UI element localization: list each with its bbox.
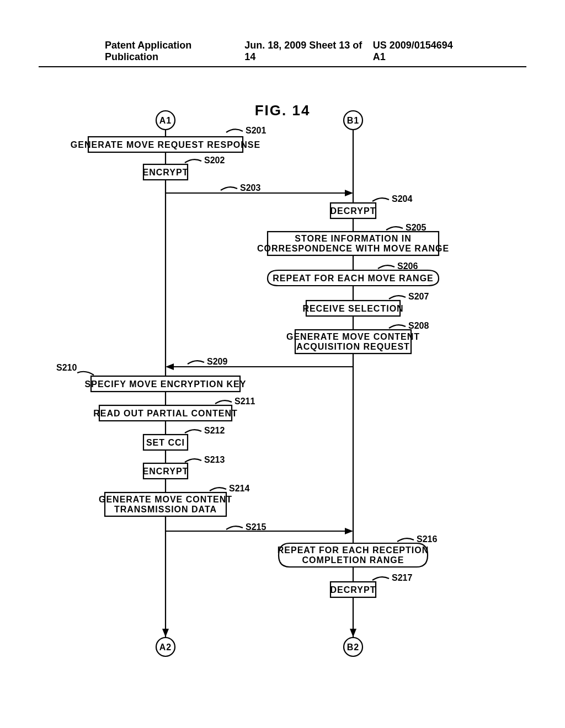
step-s211-num: S211	[234, 397, 255, 406]
step-s216-num: S216	[417, 534, 437, 544]
step-s203-leader	[221, 187, 237, 190]
step-s212-text: SET CCI	[146, 438, 185, 447]
step-s211-leader	[215, 400, 232, 404]
step-s215-num: S215	[246, 522, 266, 532]
step-s206-leader	[378, 265, 395, 269]
step-s202-text: ENCRYPT	[143, 168, 189, 177]
step-s204-leader	[372, 198, 389, 201]
step-s209-num: S209	[207, 357, 227, 366]
step-s215-leader	[226, 526, 243, 529]
step-s210-num: S210	[56, 363, 77, 372]
step-s214-leader	[210, 488, 226, 491]
step-s204-num: S204	[392, 194, 412, 204]
step-s216-line2: COMPLETION RANGE	[302, 555, 404, 565]
step-s208-line1: GENERATE MOVE CONTENT	[286, 332, 420, 341]
step-s217-leader	[372, 577, 389, 580]
step-s201-text: GENERATE MOVE REQUEST RESPONSE	[71, 140, 260, 149]
step-s205-num: S205	[406, 223, 426, 232]
step-s210-leader	[77, 372, 94, 375]
step-s207-text: RECEIVE SELECTION	[302, 304, 403, 313]
step-s208-line2: ACQUISITION REQUEST	[296, 342, 410, 351]
step-s208-leader	[389, 325, 406, 328]
step-s217-text: DECRYPT	[331, 585, 376, 595]
step-s209-leader	[188, 361, 204, 364]
header-left: Patent Application Publication	[105, 40, 244, 63]
msg-s209-arrow	[166, 363, 174, 370]
step-s207-num: S207	[408, 292, 429, 301]
step-s204-text: DECRYPT	[331, 206, 376, 216]
step-s216-leader	[397, 538, 414, 542]
step-s214-line1: GENERATE MOVE CONTENT	[99, 495, 232, 504]
step-s206-text: REPEAT FOR EACH MOVE RANGE	[273, 274, 434, 283]
step-s201-num: S201	[246, 126, 266, 135]
step-s213-leader	[185, 459, 201, 462]
connector-b2-label: B2	[347, 643, 359, 652]
step-s203-num: S203	[240, 183, 260, 192]
lifeline-b-arrow	[350, 629, 356, 637]
step-s212-leader	[185, 430, 201, 433]
step-s202-num: S202	[204, 156, 225, 165]
step-s214-num: S214	[229, 484, 249, 493]
step-s201-leader	[226, 129, 243, 132]
lifeline-a-arrow	[162, 629, 169, 637]
header-right: US 2009/0154694 A1	[373, 40, 466, 63]
header-mid: Jun. 18, 2009 Sheet 13 of 14	[244, 40, 372, 63]
msg-s215-arrow	[345, 528, 353, 534]
page: Patent Application Publication Jun. 18, …	[0, 0, 565, 728]
msg-s203-arrow	[345, 190, 353, 196]
connector-a1-label: A1	[159, 116, 172, 125]
step-s205-leader	[386, 227, 403, 230]
step-s205-line2: CORRESPONDENCE WITH MOVE RANGE	[257, 244, 449, 253]
step-s206-num: S206	[397, 261, 418, 271]
step-s207-leader	[389, 296, 406, 299]
step-s212-num: S212	[204, 426, 225, 435]
step-s213-num: S213	[204, 455, 225, 464]
step-s206: REPEAT FOR EACH MOVE RANGE	[268, 270, 439, 286]
connector-a2-label: A2	[159, 643, 172, 652]
step-s205-line1: STORE INFORMATION IN	[295, 234, 411, 243]
step-s211-text: READ OUT PARTIAL CONTENT	[93, 409, 238, 418]
step-s214-line2: TRANSMISSION DATA	[114, 505, 217, 514]
step-s216-line1: REPEAT FOR EACH RECEPTION	[278, 545, 429, 555]
step-s202-leader	[185, 159, 201, 163]
step-s216: REPEAT FOR EACH RECEPTION COMPLETION RAN…	[278, 543, 429, 567]
step-s208-num: S208	[408, 321, 429, 330]
flow-diagram: A1 B1 GENERATE MOVE REQUEST RESPONSE S20…	[55, 94, 508, 678]
step-s217-num: S217	[392, 573, 412, 582]
page-header: Patent Application Publication Jun. 18, …	[39, 40, 526, 67]
step-s213-text: ENCRYPT	[143, 467, 189, 476]
step-s210-text: SPECIFY MOVE ENCRYPTION KEY	[85, 379, 247, 389]
connector-b1-label: B1	[347, 116, 359, 125]
